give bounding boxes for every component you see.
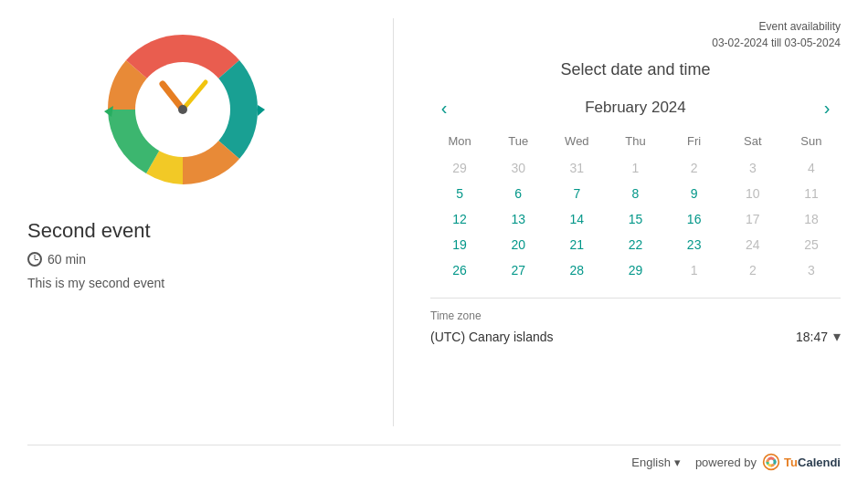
prev-month-button[interactable]: ‹ bbox=[430, 94, 458, 121]
calendar-week-row: 26272829123 bbox=[430, 257, 841, 283]
tucalendi-logo: TuCalendi bbox=[762, 453, 841, 471]
clock-logo-svg bbox=[91, 18, 274, 201]
event-duration: 60 min bbox=[27, 252, 86, 267]
calendar-day-cell: 30 bbox=[489, 155, 547, 181]
calendar-day-cell: 3 bbox=[782, 257, 841, 283]
calendar-day-cell[interactable]: 15 bbox=[606, 206, 664, 232]
calendar-day-cell: 4 bbox=[782, 155, 841, 181]
event-title: Second event bbox=[27, 219, 151, 243]
timezone-time-selector[interactable]: 18:47 ▾ bbox=[796, 328, 841, 345]
calendar-day-cell[interactable]: 6 bbox=[489, 181, 547, 206]
footer: English ▾ powered by TuCalendi bbox=[0, 445, 868, 482]
calendar-day-cell[interactable]: 28 bbox=[547, 257, 606, 283]
calendar-day-cell: 25 bbox=[782, 232, 841, 257]
tucalendi-icon-svg bbox=[762, 453, 780, 471]
left-panel: Second event 60 min This is my second ev… bbox=[27, 18, 375, 426]
calendar-day-cell[interactable]: 13 bbox=[489, 206, 547, 232]
calendar-day-cell[interactable]: 16 bbox=[665, 206, 724, 232]
next-month-button[interactable]: › bbox=[813, 94, 841, 121]
calendar-day-cell: 24 bbox=[724, 232, 782, 257]
calendar-week-row: 2930311234 bbox=[430, 155, 841, 181]
calendar-day-cell[interactable]: 29 bbox=[606, 257, 664, 283]
month-year-label: February 2024 bbox=[585, 99, 686, 117]
calendar-day-cell: 2 bbox=[724, 257, 782, 283]
calendar-day-cell[interactable]: 22 bbox=[606, 232, 664, 257]
calendar-day-cell[interactable]: 14 bbox=[547, 206, 606, 232]
calendar-day-cell[interactable]: 23 bbox=[665, 232, 724, 257]
timezone-time-value: 18:47 bbox=[796, 330, 828, 344]
calendar-day-cell[interactable]: 20 bbox=[489, 232, 547, 257]
svg-point-3 bbox=[178, 105, 187, 114]
tucalendi-text: TuCalendi bbox=[784, 456, 841, 469]
calendar-day-cell[interactable]: 9 bbox=[665, 181, 724, 206]
duration-text: 60 min bbox=[48, 252, 86, 267]
calendar-day-cell[interactable]: 27 bbox=[489, 257, 547, 283]
svg-marker-4 bbox=[258, 105, 265, 116]
svg-point-7 bbox=[769, 460, 774, 465]
calendar-header-row: Mon Tue Wed Thu Fri Sat Sun bbox=[430, 131, 841, 155]
weekday-thu: Thu bbox=[606, 131, 664, 155]
right-panel: Event availability 03-02-2024 till 03-05… bbox=[412, 18, 841, 426]
calendar-day-cell: 1 bbox=[665, 257, 724, 283]
event-description: This is my second event bbox=[27, 276, 164, 290]
calendar-day-cell: 11 bbox=[782, 181, 841, 206]
calendar-day-cell[interactable]: 19 bbox=[430, 232, 489, 257]
weekday-fri: Fri bbox=[665, 131, 724, 155]
calendar-day-cell[interactable]: 7 bbox=[547, 181, 606, 206]
timezone-section: Time zone (UTC) Canary islands 18:47 ▾ bbox=[430, 298, 841, 345]
panel-divider bbox=[393, 18, 394, 426]
timezone-row: (UTC) Canary islands 18:47 ▾ bbox=[430, 328, 841, 345]
select-date-label: Select date and time bbox=[430, 60, 841, 79]
duration-clock-icon bbox=[27, 252, 42, 267]
calendar-week-row: 567891011 bbox=[430, 181, 841, 206]
calendar-day-cell[interactable]: 8 bbox=[606, 181, 664, 206]
calendar-nav: ‹ February 2024 › bbox=[430, 94, 841, 121]
calendar-table: Mon Tue Wed Thu Fri Sat Sun 293031123456… bbox=[430, 131, 841, 283]
timezone-label: Time zone bbox=[430, 309, 841, 322]
calendar-day-cell: 17 bbox=[724, 206, 782, 232]
language-label: English bbox=[631, 456, 671, 469]
availability-range: 03-02-2024 till 03-05-2024 bbox=[712, 37, 841, 49]
availability-label: Event availability bbox=[759, 20, 841, 33]
weekday-sat: Sat bbox=[724, 131, 782, 155]
event-availability: Event availability 03-02-2024 till 03-05… bbox=[430, 18, 841, 51]
calendar-week-row: 12131415161718 bbox=[430, 206, 841, 232]
weekday-tue: Tue bbox=[489, 131, 547, 155]
calendar-day-cell[interactable]: 12 bbox=[430, 206, 489, 232]
calendar-day-cell[interactable]: 26 bbox=[430, 257, 489, 283]
tucalendi-calendi: Calendi bbox=[798, 456, 841, 469]
timezone-chevron-icon: ▾ bbox=[833, 328, 841, 345]
logo-container bbox=[91, 18, 274, 201]
calendar-day-cell: 3 bbox=[724, 155, 782, 181]
weekday-mon: Mon bbox=[430, 131, 489, 155]
timezone-value: (UTC) Canary islands bbox=[430, 330, 554, 344]
calendar-day-cell: 31 bbox=[547, 155, 606, 181]
weekday-sun: Sun bbox=[782, 131, 841, 155]
language-selector[interactable]: English ▾ bbox=[631, 456, 681, 469]
calendar-day-cell: 2 bbox=[665, 155, 724, 181]
calendar-day-cell: 29 bbox=[430, 155, 489, 181]
calendar-day-cell[interactable]: 21 bbox=[547, 232, 606, 257]
calendar-day-cell: 1 bbox=[606, 155, 664, 181]
language-chevron-icon: ▾ bbox=[674, 456, 681, 469]
weekday-wed: Wed bbox=[547, 131, 606, 155]
tucalendi-tu: Tu bbox=[784, 456, 798, 469]
calendar-week-row: 19202122232425 bbox=[430, 232, 841, 257]
calendar-day-cell: 18 bbox=[782, 206, 841, 232]
calendar-day-cell: 10 bbox=[724, 181, 782, 206]
powered-by-text: powered by bbox=[695, 456, 757, 469]
powered-by-section: powered by TuCalendi bbox=[695, 453, 841, 471]
calendar-day-cell[interactable]: 5 bbox=[430, 181, 489, 206]
